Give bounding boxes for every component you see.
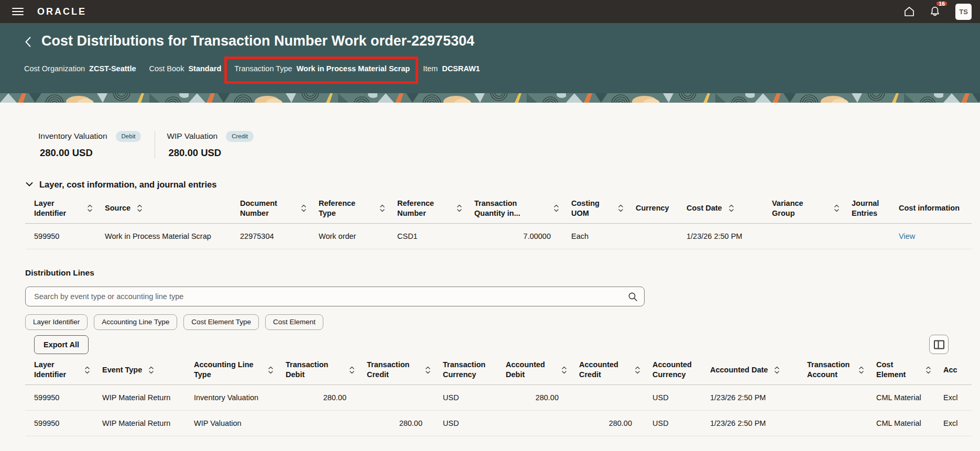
layer-table-col-document-number[interactable]: Document Number [231, 196, 310, 224]
column-label: Accounted Date [710, 365, 768, 375]
distribution-table-cell-accounted-date: 1/23/26 2:50 PM [701, 385, 798, 411]
layer-table-col-costing-uom[interactable]: Costing UOM [562, 196, 627, 224]
distribution-table-col-layer-identifier[interactable]: Layer Identifier [25, 357, 93, 385]
filter-chip-accounting-line-type[interactable]: Accounting Line Type [94, 314, 177, 331]
layer-table-cell-source: Work in Process Material Scrap [96, 223, 231, 249]
sort-icon [635, 365, 640, 375]
global-top-bar: ORACLE 16 TS [0, 0, 980, 23]
menu-hamburger-icon[interactable] [12, 8, 24, 16]
notification-count-badge: 16 [935, 1, 948, 7]
distribution-table-col-transaction-account[interactable]: Transaction Account [798, 357, 867, 385]
card-label: Inventory Valuation [38, 131, 107, 141]
distribution-table-cell-accounted-debit: 280.00 [497, 385, 570, 411]
export-all-button[interactable]: Export All [34, 335, 89, 354]
sort-icon [137, 203, 143, 213]
layer-table-col-reference-type[interactable]: Reference Type [310, 196, 388, 224]
distribution-table-col-accounted-credit[interactable]: Accounted Credit [570, 357, 644, 385]
decorative-band [0, 93, 980, 103]
meta-label: Transaction Type [234, 63, 292, 74]
filter-chip-layer-identifier[interactable]: Layer Identifier [25, 314, 88, 331]
distribution-table-cell-cost-element: CML Material [867, 411, 934, 436]
layer-table-col-layer-identifier[interactable]: Layer Identifier [25, 196, 96, 224]
meta-cost-organization: Cost OrganizationZCST-Seattle [24, 63, 136, 74]
distribution-table-cell-layer-identifier: 599950 [25, 411, 93, 436]
layer-table-cell-currency [627, 223, 678, 249]
distribution-table-col-transaction-debit[interactable]: Transaction Debit [277, 357, 358, 385]
layer-table-row-1: 599950Work in Process Material Scrap2297… [25, 223, 972, 249]
layer-table-col-variance-group[interactable]: Variance Group [763, 196, 843, 224]
sort-icon [728, 203, 734, 213]
distribution-table-cell-transaction-credit [358, 385, 434, 411]
filter-chip-cost-element[interactable]: Cost Element [265, 314, 323, 331]
distribution-table-cell-transaction-account [798, 411, 867, 436]
back-chevron-icon [24, 36, 31, 48]
layer-table-col-transaction-quantity-in[interactable]: Transaction Quantity in... [465, 196, 562, 224]
layer-table-col-cost-date[interactable]: Cost Date [678, 196, 763, 224]
column-label: Journal Entries [852, 199, 887, 218]
sort-icon [618, 203, 624, 213]
sort-icon [425, 365, 431, 375]
column-label: Cost Date [687, 203, 722, 213]
chevron-down-icon [25, 180, 34, 189]
sort-icon [774, 365, 780, 375]
user-avatar[interactable]: TS [955, 4, 972, 20]
layer-table-cell-costing-uom: Each [562, 223, 627, 249]
layer-section-toggle[interactable]: Layer, cost information, and journal ent… [25, 180, 216, 190]
distribution-table-header-row: Layer IdentifierEvent TypeAccounting Lin… [25, 357, 972, 385]
column-label: Event Type [102, 365, 142, 375]
sort-icon [561, 365, 567, 375]
distribution-table-cell-accounted-credit [570, 385, 644, 411]
column-label: Reference Type [319, 199, 373, 218]
distribution-table-cell-transaction-debit [277, 411, 358, 436]
distribution-table-cell-transaction-account [798, 385, 867, 411]
home-button[interactable] [902, 4, 917, 19]
distribution-table-col-accounting-line-type[interactable]: Accounting Line Type [185, 357, 277, 385]
view-link[interactable]: View [899, 232, 915, 240]
layer-section-title: Layer, cost information, and journal ent… [39, 180, 216, 190]
column-label: Acc [943, 365, 957, 375]
distribution-table-col-transaction-credit[interactable]: Transaction Credit [358, 357, 434, 385]
distribution-table-cell-transaction-currency: USD [434, 385, 497, 411]
column-label: Cost Element [876, 360, 919, 380]
distribution-table-cell-event-type: WIP Material Return [93, 385, 185, 411]
main-content: Inventory ValuationDebit280.00 USDWIP Va… [0, 131, 980, 436]
layer-table-cell-variance-group [763, 223, 843, 249]
layer-table-cell-document-number: 22975304 [231, 223, 310, 249]
back-button[interactable] [24, 35, 31, 48]
status-badge: Credit [226, 131, 254, 142]
distribution-table-col-event-type[interactable]: Event Type [93, 357, 185, 385]
search-bar [25, 287, 645, 306]
distribution-table-col-cost-element[interactable]: Cost Element [867, 357, 934, 385]
header-meta: Cost OrganizationZCST-SeattleCost BookSt… [24, 63, 972, 74]
search-input[interactable] [25, 287, 645, 306]
distribution-table-col-accounted-date[interactable]: Accounted Date [701, 357, 798, 385]
distribution-table-cell-cost-element: CML Material [867, 385, 934, 411]
distribution-table-cell-accounted-currency: USD [644, 385, 701, 411]
layer-table-col-journal-entries: Journal Entries [843, 196, 890, 224]
sort-icon [87, 203, 93, 213]
sort-icon [268, 365, 274, 375]
column-label: Transaction Quantity in... [474, 199, 547, 218]
layer-table-col-source[interactable]: Source [96, 196, 231, 224]
card-value: 280.00 USD [38, 147, 141, 159]
status-badge: Debit [116, 131, 141, 142]
distribution-table-cell-accounted-debit [497, 411, 570, 436]
meta-value: ZCST-Seattle [89, 63, 136, 74]
distribution-table-cell-accounting-line-type: Inventory Valuation [185, 385, 277, 411]
column-label: Source [105, 203, 130, 213]
distribution-table-col-accounted-debit[interactable]: Accounted Debit [497, 357, 570, 385]
column-label: Transaction Currency [443, 360, 494, 380]
notifications-button[interactable]: 16 [928, 4, 942, 19]
distribution-table-col-acc: Acc [934, 357, 972, 385]
summary-card-wip-valuation: WIP ValuationCredit280.00 USD [155, 131, 267, 159]
meta-value: Standard [188, 63, 221, 74]
manage-columns-button[interactable] [929, 335, 949, 354]
distribution-table-cell-event-type: WIP Material Return [93, 411, 185, 436]
filter-chip-cost-element-type[interactable]: Cost Element Type [183, 314, 259, 331]
sort-icon [301, 203, 307, 213]
column-label: Transaction Account [807, 360, 852, 380]
layer-table-cell-reference-type: Work order [310, 223, 388, 249]
layer-table-wrap: Layer IdentifierSourceDocument NumberRef… [25, 196, 972, 249]
search-icon[interactable] [628, 292, 638, 302]
layer-table-col-reference-number[interactable]: Reference Number [388, 196, 465, 224]
